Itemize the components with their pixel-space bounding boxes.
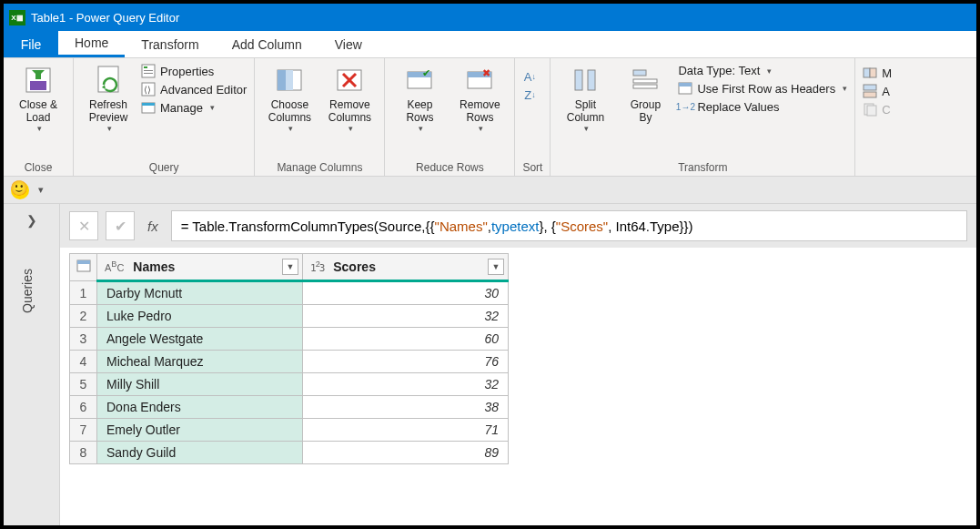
refresh-icon: [92, 64, 125, 97]
group-transform: Split Column Group By Data Type: Text Us…: [551, 58, 855, 176]
first-row-headers-button[interactable]: Use First Row as Headers: [678, 81, 847, 96]
manage-icon: [141, 100, 156, 115]
cell-name[interactable]: Dona Enders: [97, 396, 303, 419]
cell-name[interactable]: Luke Pedro: [97, 305, 303, 328]
group-query: Refresh Preview Properties ⟨⟩ Advanced E…: [74, 58, 255, 176]
replace-icon: 1→2: [678, 99, 692, 114]
manage-button[interactable]: Manage: [141, 100, 247, 115]
queries-label: Queries: [20, 269, 35, 313]
cell-score[interactable]: 30: [303, 281, 509, 305]
group-reduce-rows: ✔ Keep Rows ✖ Remove Rows Reduce Rows: [385, 58, 515, 176]
combine-files-button[interactable]: C: [863, 102, 892, 117]
choose-columns-button[interactable]: Choose Columns: [262, 62, 317, 133]
remove-rows-button[interactable]: ✖ Remove Rows: [452, 62, 507, 133]
data-type-button[interactable]: Data Type: Text: [678, 64, 847, 77]
cell-score[interactable]: 60: [303, 328, 509, 351]
cell-name[interactable]: Darby Mcnutt: [97, 281, 303, 305]
close-load-icon: [22, 64, 55, 97]
table-row[interactable]: 3Angele Westgate60: [70, 328, 509, 351]
excel-icon: X▦: [9, 10, 25, 25]
group-by-button[interactable]: Group By: [618, 62, 672, 124]
split-column-button[interactable]: Split Column: [558, 62, 612, 133]
smiley-icon[interactable]: [11, 181, 29, 199]
qat-bar: ▾: [4, 177, 976, 204]
row-number[interactable]: 4: [70, 351, 97, 373]
svg-rect-23: [575, 70, 582, 90]
table-row[interactable]: 2Luke Pedro32: [70, 305, 509, 328]
append-queries-button[interactable]: A: [863, 84, 892, 98]
cell-score[interactable]: 32: [303, 373, 509, 396]
select-all-corner[interactable]: [70, 254, 97, 281]
row-number[interactable]: 6: [70, 396, 97, 419]
table-row[interactable]: 5Milly Shill32: [70, 373, 509, 396]
row-number[interactable]: 5: [70, 373, 97, 396]
row-number[interactable]: 1: [70, 281, 97, 305]
data-grid[interactable]: ABC Names ▼ 123 Scores ▼ 1Darby Mcnutt30…: [69, 253, 509, 464]
table-row[interactable]: 1Darby Mcnutt30: [70, 281, 509, 305]
queries-pane[interactable]: ❯ Queries: [4, 204, 60, 525]
cell-name[interactable]: Micheal Marquez: [97, 351, 303, 373]
remove-rows-icon: ✖: [463, 64, 496, 97]
column-header-names[interactable]: ABC Names ▼: [97, 254, 303, 281]
file-tab[interactable]: File: [4, 31, 58, 57]
remove-columns-icon: [333, 64, 366, 97]
group-sort: A↓ Z↓ Sort: [515, 58, 551, 176]
svg-text:⟨⟩: ⟨⟩: [144, 85, 151, 95]
group-manage-columns: Choose Columns Remove Columns Manage Col…: [255, 58, 385, 176]
svg-rect-6: [144, 73, 153, 74]
choose-columns-icon: [273, 64, 306, 97]
cell-score[interactable]: 32: [303, 305, 509, 328]
formula-cancel-button[interactable]: ✕: [69, 211, 98, 240]
cell-score[interactable]: 38: [303, 396, 509, 419]
cell-score[interactable]: 76: [303, 351, 509, 373]
sort-desc-button[interactable]: Z↓: [522, 87, 537, 102]
table-row[interactable]: 7Emely Outler71: [70, 419, 509, 442]
cell-score[interactable]: 71: [303, 419, 509, 442]
add-column-tab[interactable]: Add Column: [216, 31, 318, 57]
power-query-window: X▦ Table1 - Power Query Editor File Home…: [4, 4, 976, 525]
row-number[interactable]: 2: [70, 305, 97, 328]
table-row[interactable]: 8Sandy Guild89: [70, 442, 509, 464]
table-row[interactable]: 4Micheal Marquez76: [70, 351, 509, 373]
combine-icon: [863, 102, 877, 117]
table-row[interactable]: 6Dona Enders38: [70, 396, 509, 419]
qat-dropdown[interactable]: ▾: [38, 184, 44, 196]
svg-rect-10: [142, 103, 155, 106]
home-tab[interactable]: Home: [58, 31, 125, 57]
filter-scores-button[interactable]: ▼: [488, 259, 504, 275]
window-title: Table1 - Power Query Editor: [31, 11, 179, 25]
properties-button[interactable]: Properties: [141, 64, 247, 78]
formula-confirm-button[interactable]: ✔: [106, 211, 135, 240]
svg-rect-25: [633, 70, 646, 76]
formula-input[interactable]: = Table.TransformColumnTypes(Source,{{"N…: [171, 210, 967, 241]
advanced-editor-button[interactable]: ⟨⟩ Advanced Editor: [141, 82, 247, 97]
cell-name[interactable]: Emely Outler: [97, 419, 303, 442]
row-number[interactable]: 3: [70, 328, 97, 351]
svg-rect-37: [77, 260, 90, 264]
expand-queries-chevron-icon[interactable]: ❯: [4, 204, 59, 228]
transform-tab[interactable]: Transform: [125, 31, 215, 57]
cell-name[interactable]: Milly Shill: [97, 373, 303, 396]
svg-rect-1: [30, 81, 46, 90]
cell-name[interactable]: Angele Westgate: [97, 328, 303, 351]
row-number[interactable]: 8: [70, 442, 97, 464]
remove-columns-button[interactable]: Remove Columns: [322, 62, 377, 133]
row-number[interactable]: 7: [70, 419, 97, 442]
refresh-preview-button[interactable]: Refresh Preview: [81, 62, 136, 133]
view-tab[interactable]: View: [318, 31, 379, 57]
ribbon-tabs: File Home Transform Add Column View: [4, 31, 976, 58]
title-bar: X▦ Table1 - Power Query Editor: [4, 4, 976, 31]
replace-values-button[interactable]: 1→2 Replace Values: [678, 99, 847, 114]
cell-name[interactable]: Sandy Guild: [97, 442, 303, 464]
svg-rect-31: [870, 68, 876, 77]
close-and-load-button[interactable]: Close & Load: [11, 62, 66, 133]
cell-score[interactable]: 89: [303, 442, 509, 464]
advanced-editor-icon: ⟨⟩: [141, 82, 156, 97]
merge-queries-button[interactable]: M: [863, 66, 892, 80]
keep-rows-button[interactable]: ✔ Keep Rows: [392, 62, 447, 133]
sort-asc-button[interactable]: A↓: [522, 69, 537, 84]
merge-icon: [863, 66, 877, 80]
filter-names-button[interactable]: ▼: [282, 259, 298, 275]
number-type-icon: 123: [310, 262, 324, 274]
column-header-scores[interactable]: 123 Scores ▼: [303, 254, 509, 281]
